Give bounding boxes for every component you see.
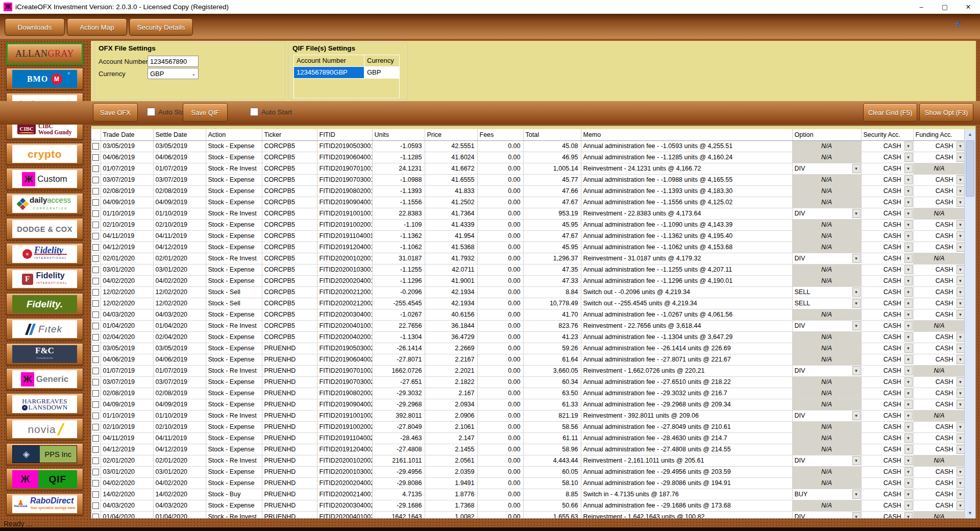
cell-dropdown[interactable]: CASH▼	[914, 231, 965, 242]
sidebar-item-dodge-cox[interactable]: DODGE & COX	[6, 218, 83, 240]
row-checkbox[interactable]	[92, 289, 99, 296]
sidebar-item-hargreaves-lansdown[interactable]: HARGREAVES ◑LANSDOWN	[6, 393, 83, 415]
cell-dropdown[interactable]: CASH▼	[862, 163, 913, 174]
row-checkbox[interactable]	[92, 177, 99, 183]
row-checkbox[interactable]	[92, 154, 99, 161]
cell-dropdown[interactable]: DIV▼	[793, 253, 861, 264]
cell-dropdown[interactable]: DIV▼	[793, 163, 861, 174]
cell-dropdown[interactable]: CASH▼	[914, 186, 965, 197]
row-checkbox[interactable]	[92, 502, 99, 509]
cell-dropdown[interactable]: CASH▼	[862, 332, 913, 343]
cell-dropdown[interactable]: CASH▼	[862, 220, 913, 230]
cell-dropdown[interactable]: CASH▼	[862, 152, 913, 163]
row-checkbox[interactable]	[92, 345, 99, 352]
action-map-button[interactable]: Action Map	[67, 18, 127, 36]
show-opt-button[interactable]: Show Opt (F3)	[919, 103, 973, 122]
cell-dropdown[interactable]: CASH▼	[914, 220, 965, 230]
sidebar-item-novia[interactable]: novia	[6, 418, 83, 440]
ofx-currency-select[interactable]: GBP⌄	[148, 68, 199, 79]
sidebar-item-fidelity-green[interactable]: Fidelity.	[6, 293, 83, 315]
row-checkbox[interactable]	[92, 222, 99, 228]
grid-col-header[interactable]: Memo	[581, 129, 792, 140]
cell-dropdown[interactable]: CASH▼	[862, 343, 913, 354]
cell-dropdown[interactable]: CASH▼	[914, 433, 965, 444]
auto-start-qif-checkbox[interactable]	[250, 108, 258, 116]
sidebar-item-rabodirect[interactable]: ♟ Rabobank RaboDirect Your specialist sa…	[6, 493, 83, 515]
sidebar-item-bmo[interactable]: BMO M ®	[6, 68, 83, 90]
cell-dropdown[interactable]: CASH▼	[914, 298, 965, 309]
row-checkbox[interactable]	[92, 255, 99, 262]
cell-dropdown[interactable]: CASH▼	[914, 444, 965, 455]
cell-dropdown[interactable]: SELL▼	[793, 287, 861, 298]
cell-dropdown[interactable]: CASH▼	[862, 489, 913, 500]
scroll-down-icon[interactable]: ▼	[965, 508, 975, 518]
cell-dropdown[interactable]: BUY▼	[793, 489, 861, 500]
save-ofx-button[interactable]: Save OFX	[93, 103, 138, 122]
cell-dropdown[interactable]: CASH▼	[862, 197, 913, 208]
cell-dropdown[interactable]: CASH▼	[862, 287, 913, 298]
grid-col-header[interactable]: Units	[372, 129, 425, 140]
auto-start-ofx-checkbox[interactable]	[147, 108, 155, 116]
cell-dropdown[interactable]: CASH▼	[862, 377, 913, 388]
grid-col-header[interactable]: Settle Date	[153, 129, 206, 140]
cell-dropdown[interactable]: CASH▼	[914, 343, 965, 354]
cell-dropdown[interactable]: CASH▼	[862, 276, 913, 286]
row-checkbox[interactable]	[92, 199, 99, 206]
cell-dropdown[interactable]: DIV▼	[793, 512, 861, 519]
row-checkbox[interactable]	[92, 435, 99, 442]
sidebar-item-qif[interactable]: Ж QIF	[6, 468, 83, 490]
row-checkbox[interactable]	[92, 469, 99, 475]
cell-dropdown[interactable]: CASH▼	[862, 208, 913, 219]
row-checkbox[interactable]	[92, 244, 99, 251]
maximize-button[interactable]: ▢	[933, 0, 957, 14]
row-checkbox[interactable]	[92, 233, 99, 239]
cell-dropdown[interactable]: CASH▼	[862, 512, 913, 519]
sidebar-item-fitek[interactable]: Fıtek	[6, 318, 83, 340]
cell-dropdown[interactable]: DIV▼	[793, 366, 861, 376]
grid-col-header[interactable]: Trade Date	[101, 129, 153, 140]
sidebar-item-pps-inc[interactable]: ◈ PPS Inc	[6, 443, 83, 465]
row-checkbox[interactable]	[92, 368, 99, 374]
grid-col-header[interactable]: Option	[792, 129, 861, 140]
row-checkbox[interactable]	[92, 379, 99, 385]
cell-dropdown[interactable]: DIV▼	[793, 321, 861, 331]
cell-dropdown[interactable]: SELL▼	[793, 298, 861, 309]
downloads-button[interactable]: Downloads	[5, 18, 65, 36]
save-qif-button[interactable]: Save QIF	[183, 103, 228, 122]
row-checkbox[interactable]	[92, 401, 99, 408]
cell-dropdown[interactable]: CASH▼	[914, 399, 965, 410]
cell-dropdown[interactable]: CASH▼	[914, 287, 965, 298]
row-checkbox[interactable]	[92, 334, 99, 341]
row-checkbox[interactable]	[92, 188, 99, 195]
cell-dropdown[interactable]: CASH▼	[862, 366, 913, 376]
qif-table-row[interactable]: 1234567890GBP GBP	[294, 67, 399, 79]
cell-dropdown[interactable]: CASH▼	[862, 444, 913, 455]
grid-col-header[interactable]: Ticker	[262, 129, 317, 140]
row-checkbox[interactable]	[92, 413, 99, 419]
row-checkbox[interactable]	[92, 210, 99, 217]
cell-dropdown[interactable]: CASH▼	[914, 388, 965, 399]
row-checkbox[interactable]	[92, 267, 99, 273]
sidebar-item-crypto[interactable]: crypto	[6, 143, 83, 165]
cell-dropdown[interactable]: CASH▼	[914, 467, 965, 477]
cell-dropdown[interactable]: CASH▼	[914, 354, 965, 365]
cell-dropdown[interactable]: CASH▼	[862, 399, 913, 410]
cell-dropdown[interactable]: CASH▼	[914, 141, 965, 152]
sidebar-item-fc-investments[interactable]: F&C Investments	[6, 343, 83, 365]
qif-row-currency[interactable]: GBP	[364, 67, 399, 78]
cell-dropdown[interactable]: CASH▼	[862, 455, 913, 466]
sidebar-item-fidelity-f[interactable]: F Fidelity INTERNATIONAL	[6, 268, 83, 290]
minimize-button[interactable]: –	[910, 0, 933, 14]
cell-dropdown[interactable]: CASH▼	[914, 500, 965, 511]
cell-dropdown[interactable]: CASH▼	[914, 309, 965, 320]
cell-dropdown[interactable]: CASH▼	[862, 309, 913, 320]
vertical-scrollbar[interactable]: ▲ ▼	[964, 129, 975, 518]
cell-dropdown[interactable]: CASH▼	[862, 388, 913, 399]
row-checkbox[interactable]	[92, 457, 99, 464]
cell-dropdown[interactable]: DIV▼	[793, 208, 861, 219]
cell-dropdown[interactable]: CASH▼	[862, 141, 913, 152]
sidebar-item-custom[interactable]: Ж Custom	[6, 168, 83, 190]
sidebar-item-generic[interactable]: Ж Generic	[6, 368, 83, 390]
row-checkbox[interactable]	[92, 424, 99, 430]
row-checkbox[interactable]	[92, 480, 99, 487]
